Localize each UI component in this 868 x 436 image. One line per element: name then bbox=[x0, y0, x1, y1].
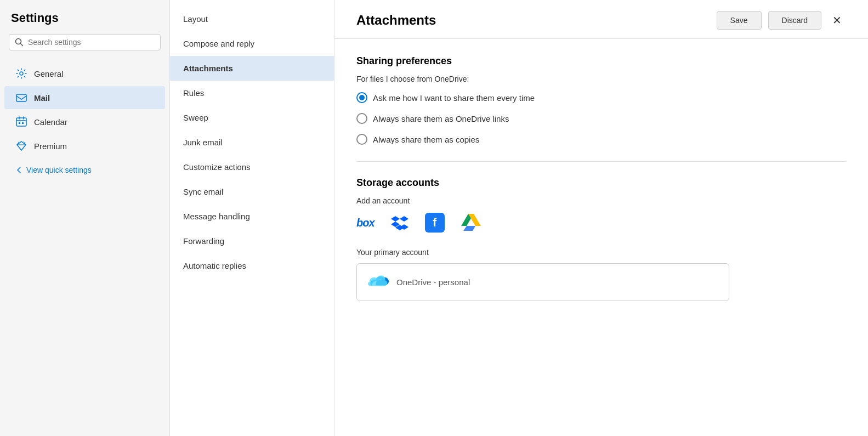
radio-ask[interactable]: Ask me how I want to share them every ti… bbox=[356, 92, 846, 103]
sidebar-item-premium[interactable]: Premium bbox=[4, 134, 165, 157]
radio-circle-links bbox=[356, 113, 367, 124]
storage-section: Storage accounts Add an account box f bbox=[356, 177, 846, 301]
svg-rect-3 bbox=[16, 94, 26, 101]
search-icon bbox=[15, 38, 24, 47]
save-button[interactable]: Save bbox=[717, 11, 762, 30]
header-actions: Save Discard ✕ bbox=[717, 11, 846, 30]
google-drive-logo bbox=[461, 213, 481, 233]
add-account-label: Add an account bbox=[356, 196, 846, 205]
facebook-logo: f bbox=[425, 213, 445, 233]
sharing-section-title: Sharing preferences bbox=[356, 55, 846, 67]
svg-rect-4 bbox=[16, 118, 26, 126]
dropbox-icon-button[interactable] bbox=[391, 214, 409, 231]
main-header: Attachments Save Discard ✕ bbox=[334, 0, 868, 39]
box-icon-button[interactable]: box bbox=[356, 217, 375, 229]
sidebar-item-general[interactable]: General bbox=[4, 62, 165, 85]
sidebar-item-calendar[interactable]: Calendar bbox=[4, 110, 165, 133]
middle-nav: Layout Compose and reply Attachments Rul… bbox=[170, 0, 334, 436]
sidebar: Settings General Mail bbox=[0, 0, 170, 436]
view-quick-settings-label: View quick settings bbox=[26, 166, 92, 174]
sidebar-item-mail[interactable]: Mail bbox=[4, 86, 165, 109]
main-content: Attachments Save Discard ✕ Sharing prefe… bbox=[334, 0, 868, 436]
nav-item-sync[interactable]: Sync email bbox=[170, 179, 334, 204]
google-drive-icon-button[interactable] bbox=[461, 213, 481, 233]
sidebar-item-label-calendar: Calendar bbox=[34, 117, 67, 127]
svg-point-2 bbox=[20, 72, 23, 75]
nav-item-forwarding[interactable]: Forwarding bbox=[170, 229, 334, 253]
calendar-icon bbox=[15, 116, 27, 128]
nav-item-sweep[interactable]: Sweep bbox=[170, 105, 334, 130]
search-box[interactable] bbox=[9, 34, 161, 50]
sidebar-item-label-premium: Premium bbox=[34, 141, 67, 151]
svg-rect-8 bbox=[19, 122, 20, 124]
storage-icons-row: box f bbox=[356, 213, 846, 233]
nav-item-customize[interactable]: Customize actions bbox=[170, 155, 334, 179]
dropbox-logo bbox=[391, 214, 409, 231]
gear-icon bbox=[15, 67, 27, 80]
sidebar-item-label-mail: Mail bbox=[34, 93, 50, 103]
settings-title: Settings bbox=[0, 11, 169, 34]
view-quick-settings-link[interactable]: View quick settings bbox=[4, 160, 165, 180]
nav-item-attachments[interactable]: Attachments bbox=[170, 56, 334, 81]
search-input[interactable] bbox=[28, 38, 155, 47]
radio-label-ask: Ask me how I want to share them every ti… bbox=[373, 93, 535, 103]
nav-item-autoreplies[interactable]: Automatic replies bbox=[170, 253, 334, 278]
diamond-icon bbox=[15, 140, 27, 152]
radio-links[interactable]: Always share them as OneDrive links bbox=[356, 113, 846, 124]
nav-item-junk[interactable]: Junk email bbox=[170, 130, 334, 155]
radio-circle-copies bbox=[356, 134, 367, 145]
svg-marker-14 bbox=[468, 214, 481, 226]
primary-account-box: OneDrive - personal bbox=[356, 263, 729, 301]
nav-item-message[interactable]: Message handling bbox=[170, 204, 334, 229]
page-title: Attachments bbox=[356, 13, 436, 28]
sidebar-item-label-general: General bbox=[34, 69, 63, 78]
nav-item-rules[interactable]: Rules bbox=[170, 81, 334, 105]
primary-account-name: OneDrive - personal bbox=[396, 278, 470, 287]
primary-account-label: Your primary account bbox=[356, 248, 846, 257]
discard-button[interactable]: Discard bbox=[768, 11, 821, 30]
svg-line-1 bbox=[21, 44, 23, 46]
svg-marker-16 bbox=[463, 226, 475, 231]
main-body: Sharing preferences For files I choose f… bbox=[334, 39, 868, 318]
storage-section-title: Storage accounts bbox=[356, 177, 846, 189]
mail-icon bbox=[15, 92, 27, 104]
svg-rect-9 bbox=[22, 122, 24, 124]
onedrive-icon bbox=[368, 274, 389, 291]
box-logo: box bbox=[356, 217, 375, 229]
facebook-icon-button[interactable]: f bbox=[425, 213, 445, 233]
sharing-description: For files I choose from OneDrive: bbox=[356, 75, 846, 83]
nav-item-compose[interactable]: Compose and reply bbox=[170, 31, 334, 56]
radio-label-copies: Always share them as copies bbox=[373, 135, 479, 144]
chevron-left-icon bbox=[15, 166, 23, 174]
close-button[interactable]: ✕ bbox=[828, 12, 846, 29]
section-divider bbox=[356, 161, 846, 162]
radio-copies[interactable]: Always share them as copies bbox=[356, 134, 846, 145]
nav-item-layout[interactable]: Layout bbox=[170, 7, 334, 31]
radio-label-links: Always share them as OneDrive links bbox=[373, 114, 509, 123]
radio-circle-ask bbox=[356, 92, 367, 103]
sharing-options: Ask me how I want to share them every ti… bbox=[356, 92, 846, 145]
